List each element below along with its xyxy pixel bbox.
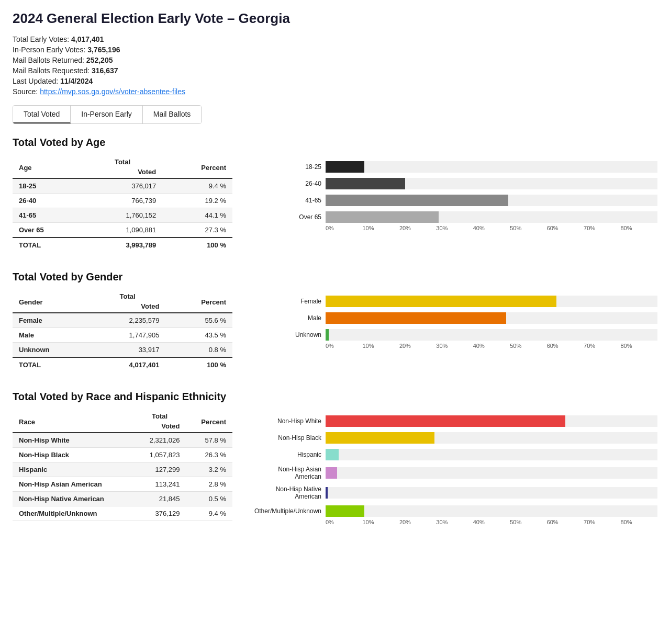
gender-row-unknown: Unknown 33,917 0.8 % xyxy=(13,343,232,358)
race-label-native: Non-Hisp Native American xyxy=(13,492,133,506)
gender-row-male: Male 1,747,905 43.5 % xyxy=(13,328,232,343)
age-voted-1825: 376,017 xyxy=(83,178,163,194)
section-race: Total Voted by Race and Hispanic Ethnici… xyxy=(13,391,657,525)
age-col2-header: Voted xyxy=(83,166,163,178)
age-pct-4165: 44.1 % xyxy=(162,208,232,223)
race-pct-white: 57.8 % xyxy=(186,433,233,448)
section-gender-title: Total Voted by Gender xyxy=(13,271,657,283)
stat-inperson-early: In-Person Early Votes: 3,765,196 xyxy=(13,46,657,54)
age-total-label: TOTAL xyxy=(13,238,83,252)
race-pct-asian: 2.8 % xyxy=(186,477,233,492)
stat-last-updated: Last Updated: 11/4/2024 xyxy=(13,77,657,85)
race-label-hispanic: Hispanic xyxy=(13,462,133,477)
chart-bar-label: 41-65 xyxy=(253,197,321,204)
race-label-white: Non-Hisp White xyxy=(13,433,133,448)
age-total-pct: 100 % xyxy=(162,238,232,252)
chart-bar-row: Non-Hisp Asian American xyxy=(253,466,657,480)
chart-bar-track xyxy=(326,505,657,517)
race-voted-white: 2,321,026 xyxy=(133,433,186,448)
gender-label-male: Male xyxy=(13,328,90,343)
race-pct-other: 9.4 % xyxy=(186,506,233,521)
gender-voted-male: 1,747,905 xyxy=(90,328,166,343)
chart-bar-label: Unknown xyxy=(253,331,321,338)
chart-bar-label: Non-Hisp White xyxy=(253,417,321,425)
gender-voted-female: 2,235,579 xyxy=(90,313,166,328)
race-col2-top: Total xyxy=(133,411,186,420)
age-row-2640: 26-40 766,739 19.2 % xyxy=(13,194,232,208)
gender-pct-female: 55.6 % xyxy=(165,313,232,328)
age-row-4165: 41-65 1,760,152 44.1 % xyxy=(13,208,232,223)
age-total-voted: 3,993,789 xyxy=(83,238,163,252)
gender-voted-unknown: 33,917 xyxy=(90,343,166,358)
race-row-black: Non-Hisp Black 1,057,823 26.3 % xyxy=(13,448,232,462)
gender-col1-header: Gender xyxy=(13,291,90,313)
gender-table-wrapper: Gender Total Percent Voted Female 2,235,… xyxy=(13,291,232,372)
stat-source: Source: https://mvp.sos.ga.gov/s/voter-a… xyxy=(13,87,657,96)
chart-bar-track xyxy=(326,432,657,444)
chart-bar-track xyxy=(326,487,657,499)
age-row-total: TOTAL 3,993,789 100 % xyxy=(13,238,232,252)
age-label-4165: 41-65 xyxy=(13,208,83,223)
race-row-native: Non-Hisp Native American 21,845 0.5 % xyxy=(13,492,232,506)
race-label-other: Other/Multiple/Unknown xyxy=(13,506,133,521)
gender-pct-unknown: 0.8 % xyxy=(165,343,232,358)
chart-bar-fill xyxy=(326,467,337,479)
race-row-asian: Non-Hisp Asian American 113,241 2.8 % xyxy=(13,477,232,492)
chart-bar-label: Other/Multiple/Unknown xyxy=(253,507,321,515)
chart-bar-fill xyxy=(326,505,364,517)
chart-bar-track xyxy=(326,329,657,341)
race-pct-native: 0.5 % xyxy=(186,492,233,506)
chart-bar-fill xyxy=(326,487,328,499)
gender-row-female: Female 2,235,579 55.6 % xyxy=(13,313,232,328)
race-voted-black: 1,057,823 xyxy=(133,448,186,462)
chart-bar-row: 18-25 xyxy=(253,161,657,173)
race-col2-header: Voted xyxy=(133,420,186,433)
chart-bar-track xyxy=(326,178,657,189)
age-row-1825: 18-25 376,017 9.4 % xyxy=(13,178,232,194)
chart-bar-fill xyxy=(326,161,364,173)
chart-bar-track xyxy=(326,449,657,460)
age-table-wrapper: Age Total Percent Voted 18-25 376,017 9.… xyxy=(13,157,232,252)
section-age-title: Total Voted by Age xyxy=(13,137,657,149)
chart-bar-row: Other/Multiple/Unknown xyxy=(253,505,657,517)
section-gender: Total Voted by Gender Gender Total Perce… xyxy=(13,271,657,372)
chart-bar-track xyxy=(326,467,657,479)
gender-col3-header: Percent xyxy=(165,291,232,313)
tab-mail-ballots[interactable]: Mail Ballots xyxy=(143,106,202,123)
gender-total-label: TOTAL xyxy=(13,357,90,372)
race-pct-black: 26.3 % xyxy=(186,448,233,462)
gender-table: Gender Total Percent Voted Female 2,235,… xyxy=(13,291,232,372)
race-voted-native: 21,845 xyxy=(133,492,186,506)
stat-total-early: Total Early Votes: 4,017,401 xyxy=(13,35,657,43)
race-table: Race Total Percent Voted Non-Hisp White … xyxy=(13,411,232,521)
race-row-other: Other/Multiple/Unknown 376,129 9.4 % xyxy=(13,506,232,521)
chart-bar-row: Female xyxy=(253,296,657,307)
race-row-hispanic: Hispanic 127,299 3.2 % xyxy=(13,462,232,477)
gender-col2-top: Total xyxy=(90,291,166,300)
tab-inperson-early[interactable]: In-Person Early xyxy=(71,106,142,123)
chart-bar-label: Non-Hisp Black xyxy=(253,434,321,442)
race-x-axis: 0%10%20%30%40%50%60%70%80% xyxy=(326,519,657,525)
chart-bar-track xyxy=(326,195,657,206)
chart-bar-row: Hispanic xyxy=(253,449,657,460)
chart-bar-label: Non-Hisp Native American xyxy=(253,485,321,500)
source-link[interactable]: https://mvp.sos.ga.gov/s/voter-absentee-… xyxy=(40,87,185,96)
chart-bar-label: Hispanic xyxy=(253,451,321,458)
chart-bar-label: Male xyxy=(253,314,321,322)
chart-bar-row: Male xyxy=(253,312,657,324)
age-col2-top: Total xyxy=(83,157,163,166)
tab-total-voted[interactable]: Total Voted xyxy=(13,106,71,123)
chart-bar-fill xyxy=(326,329,329,341)
age-label-over65: Over 65 xyxy=(13,223,83,238)
chart-bar-row: Unknown xyxy=(253,329,657,341)
gender-label-unknown: Unknown xyxy=(13,343,90,358)
age-col3-header: Percent xyxy=(162,157,232,178)
age-col-header: Age xyxy=(13,157,83,178)
age-label-2640: 26-40 xyxy=(13,194,83,208)
chart-bar-fill xyxy=(326,195,508,206)
summary-stats: Total Early Votes: 4,017,401 In-Person E… xyxy=(13,35,657,96)
gender-col2-header: Voted xyxy=(90,300,166,313)
section-age: Total Voted by Age Age Total Percent Vot… xyxy=(13,137,657,252)
chart-bar-label: Over 65 xyxy=(253,213,321,221)
gender-total-pct: 100 % xyxy=(165,357,232,372)
